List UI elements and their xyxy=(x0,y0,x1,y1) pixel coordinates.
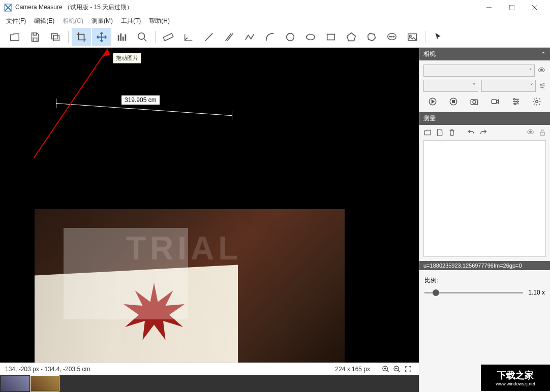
arc-button[interactable] xyxy=(260,28,280,46)
svg-line-8 xyxy=(144,38,147,41)
parallel-button[interactable] xyxy=(220,28,239,46)
maximize-button[interactable] xyxy=(500,0,523,15)
open-button[interactable] xyxy=(5,28,24,46)
crop-button[interactable] xyxy=(72,28,91,46)
statusbar: 134, -203 px - 134.4, -203.5 cm 224 x 16… xyxy=(0,363,419,375)
angle-button[interactable] xyxy=(179,28,198,46)
svg-rect-5 xyxy=(52,33,57,39)
delete-measure-button[interactable] xyxy=(448,128,456,137)
stop-button[interactable] xyxy=(446,95,461,108)
polygon-button[interactable] xyxy=(362,28,381,46)
camera-format-select[interactable]: ˅ xyxy=(423,80,478,92)
camera-select[interactable]: ˅ xyxy=(423,64,535,77)
fullscreen-button[interactable] xyxy=(403,364,414,375)
open-measure-button[interactable] xyxy=(423,128,432,137)
scale-value: 1.10 x xyxy=(528,289,545,296)
toolbar xyxy=(0,26,550,48)
thumbnail-strip xyxy=(0,375,419,392)
svg-rect-36 xyxy=(452,101,454,103)
svg-marker-25 xyxy=(103,49,110,57)
ellipse-button[interactable] xyxy=(301,28,320,46)
circle-button[interactable] xyxy=(281,28,300,46)
menu-edit[interactable]: 编辑(E) xyxy=(30,16,58,26)
camera-res-select[interactable]: ˅ xyxy=(481,80,536,92)
menu-tools[interactable]: 工具(T) xyxy=(117,16,145,26)
canvas[interactable]: 319.905 cm 拖动图片 TRIAL xyxy=(0,48,419,363)
info-strip: u=1880235923,1256977796fm=26gp=0 xyxy=(419,261,550,270)
scale-slider[interactable] xyxy=(424,292,523,293)
lock-icon[interactable] xyxy=(539,129,546,136)
svg-point-14 xyxy=(307,34,315,40)
site-watermark: 下载之家 www.windowszj.net xyxy=(481,365,550,391)
copy-button[interactable] xyxy=(46,28,65,46)
svg-marker-17 xyxy=(368,33,376,41)
app-logo-icon xyxy=(4,4,12,12)
menu-help[interactable]: 帮助(H) xyxy=(145,16,174,26)
svg-line-31 xyxy=(398,370,400,372)
line-button[interactable] xyxy=(199,28,219,46)
chevrons-icon[interactable]: ⚟ xyxy=(539,81,546,91)
titlebar: Camera Measure （试用版 - 15 天后过期） xyxy=(0,0,550,15)
crop-selection[interactable] xyxy=(64,228,188,319)
histogram-button[interactable] xyxy=(112,28,132,46)
svg-rect-6 xyxy=(53,35,59,41)
menu-file[interactable]: 文件(F) xyxy=(2,16,30,26)
collapse-icon: ⌃ xyxy=(541,51,546,58)
svg-rect-2 xyxy=(509,5,514,10)
svg-point-46 xyxy=(536,101,538,103)
svg-point-21 xyxy=(393,36,394,37)
zoom-button[interactable] xyxy=(133,28,152,46)
svg-point-38 xyxy=(473,101,476,104)
record-button[interactable] xyxy=(487,95,503,108)
polyline-button[interactable] xyxy=(240,28,259,46)
pointer-button[interactable] xyxy=(429,28,448,46)
svg-point-44 xyxy=(517,101,518,103)
thumbnail-1[interactable] xyxy=(1,376,29,391)
move-button[interactable] xyxy=(92,28,111,46)
svg-rect-15 xyxy=(327,34,335,40)
svg-point-7 xyxy=(138,32,145,39)
svg-line-24 xyxy=(34,49,108,158)
menu-measure[interactable]: 测量(M) xyxy=(87,16,117,26)
settings-button[interactable] xyxy=(529,95,544,108)
scale-label: 比例: xyxy=(424,276,545,285)
svg-marker-34 xyxy=(432,100,434,103)
ruler-button[interactable] xyxy=(159,28,178,46)
image-button[interactable] xyxy=(403,28,422,46)
move-tooltip: 拖动图片 xyxy=(113,53,141,63)
sliders-button[interactable] xyxy=(508,95,524,108)
undo-button[interactable] xyxy=(467,128,475,137)
svg-point-19 xyxy=(389,36,390,37)
side-panel: 相机 ⌃ ˅ 👁 ˅ ˅ ⚟ 测量 xyxy=(419,48,550,392)
status-coords: 134, -203 px - 134.4, -203.5 cm xyxy=(5,366,90,373)
camera-panel-header[interactable]: 相机 ⌃ xyxy=(419,48,550,60)
zoom-out-button[interactable] xyxy=(391,364,403,375)
pentagon-button[interactable] xyxy=(342,28,361,46)
zoom-in-button[interactable] xyxy=(380,364,391,375)
play-button[interactable] xyxy=(425,95,440,108)
minimize-button[interactable] xyxy=(477,0,500,15)
annotation-button[interactable] xyxy=(382,28,402,46)
svg-marker-16 xyxy=(347,32,356,41)
hide-icon[interactable]: 👁 xyxy=(527,128,535,137)
svg-point-13 xyxy=(287,33,294,41)
svg-point-45 xyxy=(514,103,516,105)
thumbnail-2[interactable] xyxy=(30,376,59,391)
snapshot-button[interactable] xyxy=(467,95,482,108)
svg-rect-39 xyxy=(492,100,497,104)
svg-rect-9 xyxy=(163,33,173,40)
close-button[interactable] xyxy=(523,0,546,15)
measure-list[interactable] xyxy=(423,140,546,257)
svg-point-43 xyxy=(514,99,515,100)
menu-camera: 相机(C) xyxy=(58,16,87,26)
status-size: 224 x 165 px xyxy=(335,366,370,373)
save-button[interactable] xyxy=(25,28,45,46)
svg-line-10 xyxy=(205,33,213,41)
measurement-value: 319.905 cm xyxy=(121,95,160,105)
redo-button[interactable] xyxy=(479,128,487,137)
window-title: Camera Measure （试用版 - 15 天后过期） xyxy=(15,3,477,12)
rectangle-button[interactable] xyxy=(321,28,341,46)
measure-panel-header[interactable]: 测量 xyxy=(419,112,550,125)
save-measure-button[interactable] xyxy=(436,128,444,137)
eye-icon[interactable]: 👁 xyxy=(538,66,546,75)
